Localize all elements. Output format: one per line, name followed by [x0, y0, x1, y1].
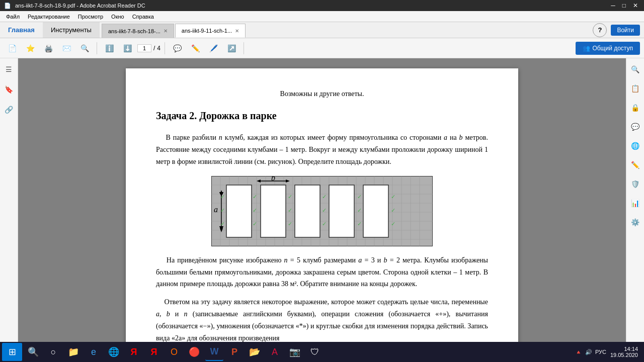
- svg-text:✓: ✓: [220, 207, 225, 213]
- nav-bookmarks[interactable]: 🔖: [2, 82, 16, 97]
- highlight-button[interactable]: 🖊️: [205, 40, 221, 56]
- paragraph-1: В парке разбили n клумб, каждая из котор…: [156, 132, 488, 167]
- taskbar-acrobat[interactable]: A: [266, 343, 284, 361]
- tab-1-close[interactable]: ✕: [164, 28, 168, 34]
- system-tray: 🔺 🔊 РУС: [575, 349, 606, 355]
- menu-bar: Файл Редактирование Просмотр Окно Справк…: [0, 11, 644, 22]
- svg-text:✓: ✓: [391, 194, 395, 200]
- svg-text:✓: ✓: [391, 207, 395, 213]
- intro-text: Возможны и другие ответы.: [156, 88, 488, 100]
- svg-text:✓: ✓: [220, 221, 225, 227]
- minimize-button[interactable]: ─: [609, 2, 617, 9]
- share-icon: 👥: [583, 45, 590, 52]
- svg-text:✓: ✓: [288, 221, 292, 227]
- nav-links[interactable]: 🔗: [2, 103, 16, 117]
- svg-text:✓: ✓: [220, 194, 225, 200]
- taskbar-files[interactable]: 📁: [64, 343, 83, 361]
- park-figure: a b ✓ ✓ ✓ ✓ ✓ ✓ ✓ ✓: [211, 176, 433, 246]
- start-button[interactable]: ⊞: [2, 343, 22, 361]
- right-comment[interactable]: 💬: [628, 120, 642, 134]
- separator-1: [97, 42, 97, 54]
- navigation-header: Главная Инструменты ans-iikt-7-8-sch-18-…: [0, 22, 644, 38]
- svg-text:✓: ✓: [322, 194, 327, 200]
- taskbar-camera[interactable]: 📷: [286, 343, 304, 361]
- page-separator: /: [153, 45, 155, 52]
- menu-view[interactable]: Просмотр: [74, 11, 107, 22]
- taskbar-ie[interactable]: 🌐: [105, 343, 123, 361]
- svg-rect-31: [226, 185, 252, 237]
- email-button[interactable]: ✉️: [58, 40, 74, 56]
- task-title: Задача 2. Дорожка в парке: [156, 108, 488, 124]
- svg-text:✓: ✓: [288, 194, 292, 200]
- taskbar-edge[interactable]: e: [85, 343, 103, 361]
- tools-nav[interactable]: Инструменты: [43, 22, 100, 38]
- time-display: 14:14: [610, 346, 638, 352]
- menu-window[interactable]: Окно: [107, 11, 128, 22]
- share-button[interactable]: 👥 Общий доступ: [576, 42, 640, 55]
- send-button[interactable]: ↗️: [223, 40, 239, 56]
- date-display: 19.05.2020: [610, 352, 638, 358]
- right-export[interactable]: 📊: [628, 196, 642, 210]
- tab-1[interactable]: ans-iikt-7-8-sch-18-... ✕: [102, 24, 174, 38]
- svg-text:a: a: [214, 205, 218, 214]
- taskbar-search[interactable]: 🔍: [24, 343, 42, 361]
- page-number-input[interactable]: [137, 44, 151, 52]
- taskbar-yandex[interactable]: Я: [125, 343, 143, 361]
- taskbar-yandex2[interactable]: Я: [145, 343, 163, 361]
- maximize-button[interactable]: □: [620, 2, 628, 9]
- taskbar-word[interactable]: W: [205, 343, 223, 361]
- taskbar-odnoklassniki[interactable]: О: [165, 343, 183, 361]
- page-navigation: / 4: [137, 44, 160, 52]
- svg-rect-33: [295, 185, 320, 237]
- taskbar-antivirus[interactable]: 🛡: [306, 343, 324, 361]
- svg-text:✓: ✓: [322, 221, 327, 227]
- right-protect[interactable]: 🔒: [628, 101, 642, 115]
- bookmark-button[interactable]: ⭐: [22, 40, 38, 56]
- clock: 14:14 19.05.2020: [610, 346, 638, 358]
- comment-button[interactable]: 💬: [169, 40, 185, 56]
- svg-text:✓: ✓: [357, 221, 362, 227]
- print-button[interactable]: 🖨️: [40, 40, 56, 56]
- right-edit[interactable]: ✏️: [628, 158, 642, 172]
- right-translate[interactable]: 🌐: [628, 139, 642, 153]
- paragraph-3: Ответом на эту задачу является некоторое…: [156, 296, 488, 342]
- taskbar-powerpoint[interactable]: P: [225, 343, 244, 361]
- nav-layers[interactable]: ☰: [2, 62, 16, 76]
- menu-file[interactable]: Файл: [2, 11, 24, 22]
- content-area: Возможны и другие ответы. Задача 2. Доро…: [18, 58, 626, 342]
- tab-1-label: ans-iikt-7-8-sch-18-...: [108, 28, 160, 34]
- svg-rect-32: [261, 185, 286, 237]
- prev-page-help[interactable]: ℹ️: [101, 40, 117, 56]
- toolbar: 📄 ⭐ 🖨️ ✉️ 🔍 ℹ️ ⬇️ / 4 💬 ✏️ 🖊️ ↗️ 👥 Общий…: [0, 38, 644, 58]
- right-panel: 🔍 📋 🔒 💬 🌐 ✏️ 🛡️ 📊 ⚙️: [626, 58, 644, 342]
- prev-page-button[interactable]: ⬇️: [119, 40, 135, 56]
- tab-2[interactable]: ans-iikt-9-11-sch-1... ✕: [175, 24, 246, 38]
- language-indicator: РУС: [595, 349, 606, 355]
- menu-help[interactable]: Справка: [128, 11, 158, 22]
- app-icon: 📄: [4, 3, 11, 9]
- close-button[interactable]: ✕: [631, 2, 640, 9]
- tray-volume: 🔊: [585, 349, 592, 355]
- help-button[interactable]: ?: [593, 23, 607, 37]
- right-settings[interactable]: ⚙️: [628, 215, 642, 229]
- right-zoom[interactable]: 🔍: [628, 62, 642, 76]
- taskbar-right: 🔺 🔊 РУС 14:14 19.05.2020: [575, 346, 642, 358]
- right-page[interactable]: 📋: [628, 81, 642, 96]
- search-button[interactable]: 🔍: [76, 40, 93, 56]
- taskbar-folder[interactable]: 📂: [246, 343, 264, 361]
- taskbar: ⊞ 🔍 ○ 📁 e 🌐 Я Я О 🔴 W P 📂 A 📷 🛡 🔺 🔊 РУС …: [0, 342, 644, 362]
- signin-button[interactable]: Войти: [611, 25, 640, 36]
- svg-text:b: b: [271, 176, 275, 182]
- pen-button[interactable]: ✏️: [187, 40, 203, 56]
- taskbar-chrome[interactable]: 🔴: [185, 343, 203, 361]
- add-page-button[interactable]: 📄: [4, 40, 20, 56]
- tab-2-close[interactable]: ✕: [235, 28, 239, 34]
- svg-text:✓: ✓: [357, 194, 362, 200]
- title-bar-left: 📄 ans-iikt-7-8-sch-18-9.pdf - Adobe Acro…: [4, 3, 145, 9]
- menu-edit[interactable]: Редактирование: [24, 11, 74, 22]
- title-bar-controls[interactable]: ─ □ ✕: [609, 2, 640, 9]
- taskbar-cortana[interactable]: ○: [44, 343, 62, 361]
- tab-2-label: ans-iikt-9-11-sch-1...: [182, 28, 232, 34]
- home-nav[interactable]: Главная: [0, 22, 43, 38]
- right-protect2[interactable]: 🛡️: [628, 177, 642, 191]
